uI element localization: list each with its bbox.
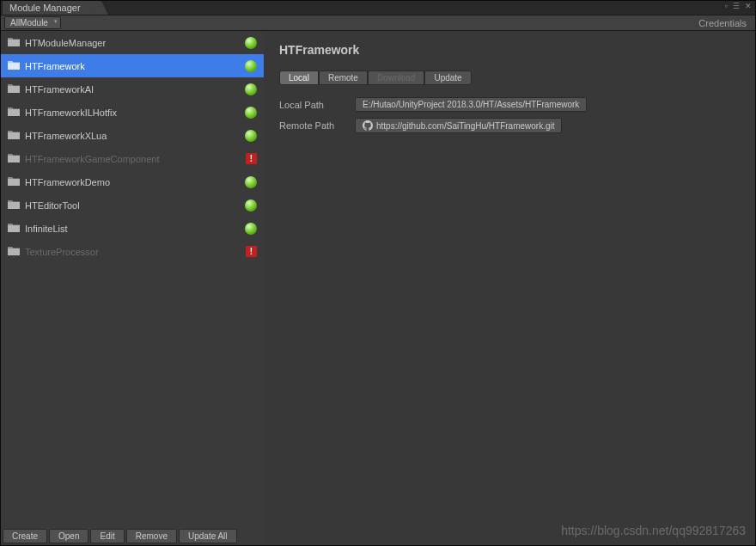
credentials-link[interactable]: Credentials xyxy=(693,18,752,28)
status-ok-icon xyxy=(245,107,257,119)
module-row[interactable]: HTEditorTool xyxy=(1,193,264,217)
module-name: TextureProcessor xyxy=(25,247,241,257)
status-error-icon: ! xyxy=(246,246,257,257)
module-name: HTFrameworkAI xyxy=(25,84,240,95)
window-tab[interactable]: Module Manager xyxy=(3,1,98,15)
module-row[interactable]: InfiniteList xyxy=(1,217,264,240)
module-name: HTFrameworkDemo xyxy=(25,177,240,187)
folder-icon xyxy=(8,246,20,258)
module-row[interactable]: HTFrameworkAI xyxy=(1,77,264,101)
folder-icon xyxy=(8,83,20,95)
module-row[interactable]: HTModuleManager xyxy=(1,31,264,54)
tab-download: Download xyxy=(368,71,424,85)
sidebar: HTModuleManagerHTFrameworkHTFrameworkAIH… xyxy=(1,31,264,545)
status-ok-icon xyxy=(245,223,257,235)
status-error-icon: ! xyxy=(246,153,257,164)
remove-button[interactable]: Remove xyxy=(126,529,177,543)
module-name: HTFrameworkILHotfix xyxy=(25,107,240,118)
local-path-label: Local Path xyxy=(279,100,355,110)
window: Module Manager ▫ ☰ ✕ AllModule Credentia… xyxy=(0,0,756,546)
tab-remote[interactable]: Remote xyxy=(319,71,368,85)
dock-icon[interactable]: ▫ xyxy=(725,2,728,10)
module-row[interactable]: TextureProcessor! xyxy=(1,240,264,263)
status-ok-icon xyxy=(245,130,257,142)
status-ok-icon xyxy=(245,60,257,72)
module-row[interactable]: HTFrameworkDemo xyxy=(1,170,264,193)
tab-local[interactable]: Local xyxy=(279,71,319,85)
module-name: InfiniteList xyxy=(25,224,240,234)
folder-icon xyxy=(8,176,20,188)
open-button[interactable]: Open xyxy=(49,529,88,543)
window-controls: ▫ ☰ ✕ xyxy=(725,2,752,10)
sidebar-footer: Create Open Edit Remove Update All xyxy=(1,527,264,545)
detail-tabs: Local Remote Download Update xyxy=(279,71,740,85)
module-row[interactable]: HTFrameworkGameComponent! xyxy=(1,147,264,170)
module-list: HTModuleManagerHTFrameworkHTFrameworkAIH… xyxy=(1,31,264,527)
local-path-value[interactable]: E:/Hutao/UnityProject 2018.3.0/HT/Assets… xyxy=(355,97,587,112)
module-name: HTFrameworkGameComponent xyxy=(25,154,241,164)
close-icon[interactable]: ✕ xyxy=(745,2,752,10)
window-title: Module Manager xyxy=(9,3,81,13)
status-ok-icon xyxy=(245,199,257,212)
module-row[interactable]: HTFramework xyxy=(1,54,264,77)
module-name: HTFrameworkXLua xyxy=(25,131,240,141)
module-row[interactable]: HTFrameworkXLua xyxy=(1,124,264,147)
toolbar: AllModule Credentials xyxy=(1,15,755,31)
folder-icon xyxy=(8,130,20,142)
status-ok-icon xyxy=(245,37,257,49)
folder-icon xyxy=(8,223,20,235)
body: HTModuleManagerHTFrameworkHTFrameworkAIH… xyxy=(1,31,755,545)
module-name: HTFramework xyxy=(25,61,240,71)
detail-title: HTFramework xyxy=(279,43,740,57)
titlebar: Module Manager ▫ ☰ ✕ xyxy=(1,1,755,15)
module-row[interactable]: HTFrameworkILHotfix xyxy=(1,101,264,124)
module-name: HTModuleManager xyxy=(25,38,240,48)
module-name: HTEditorTool xyxy=(25,200,240,211)
tab-update[interactable]: Update xyxy=(424,71,471,85)
folder-icon xyxy=(8,37,20,49)
github-icon xyxy=(363,120,373,131)
update-all-button[interactable]: Update All xyxy=(179,529,237,543)
watermark: https://blog.csdn.net/qq992817263 xyxy=(561,524,746,537)
filter-dropdown[interactable]: AllModule xyxy=(4,16,61,29)
status-ok-icon xyxy=(245,83,257,95)
remote-path-value[interactable]: https://github.com/SaiTingHu/HTFramework… xyxy=(355,118,562,133)
folder-icon xyxy=(8,60,20,72)
folder-icon xyxy=(8,107,20,119)
folder-icon xyxy=(8,153,20,165)
local-path-field: Local Path E:/Hutao/UnityProject 2018.3.… xyxy=(279,97,740,112)
filter-label: AllModule xyxy=(10,18,48,28)
remote-path-field: Remote Path https://github.com/SaiTingHu… xyxy=(279,118,740,133)
status-ok-icon xyxy=(245,176,257,188)
edit-button[interactable]: Edit xyxy=(90,529,124,543)
remote-path-label: Remote Path xyxy=(279,120,355,131)
detail-panel: HTFramework Local Remote Download Update… xyxy=(264,31,755,545)
create-button[interactable]: Create xyxy=(3,529,47,543)
menu-icon[interactable]: ☰ xyxy=(733,2,740,10)
folder-icon xyxy=(8,199,20,212)
